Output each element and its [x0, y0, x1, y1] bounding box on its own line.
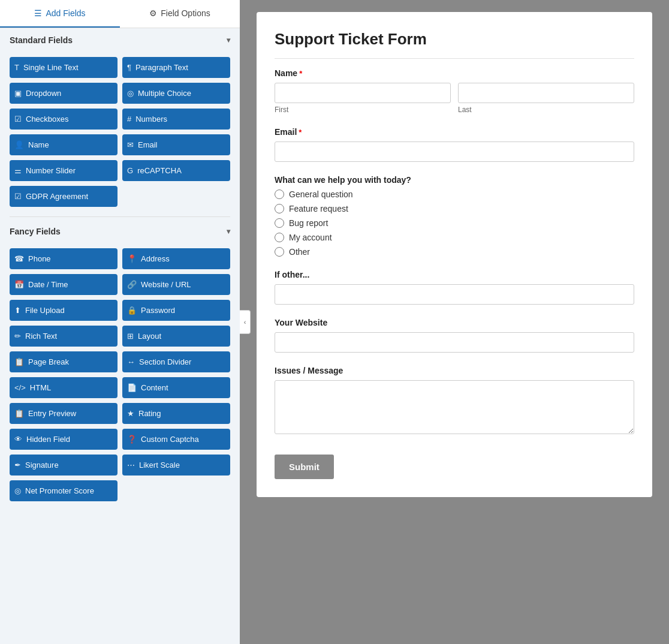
radio-general-question[interactable]: General question — [275, 189, 634, 199]
field-btn-file-upload[interactable]: ⬆ File Upload — [10, 300, 117, 321]
standard-fields-header[interactable]: Standard Fields ▾ — [0, 28, 240, 52]
field-btn-likert-scale[interactable]: ⋯ Likert Scale — [122, 455, 230, 476]
file-upload-label: File Upload — [25, 306, 65, 315]
field-btn-checkboxes[interactable]: ☑ Checkboxes — [10, 109, 117, 130]
if-other-label: If other... — [275, 270, 634, 279]
field-btn-custom-captcha[interactable]: ❓ Custom Captcha — [122, 429, 230, 450]
email-input[interactable] — [275, 142, 634, 162]
add-fields-label: Add Fields — [46, 8, 85, 18]
dropdown-label: Dropdown — [26, 89, 61, 98]
if-other-input[interactable] — [275, 284, 634, 305]
radio-general-question-input[interactable] — [275, 189, 284, 199]
collapse-handle[interactable]: ‹ — [240, 310, 251, 334]
radio-other-label: Other — [289, 247, 310, 257]
radio-other[interactable]: Other — [275, 247, 634, 257]
form-card: Support Ticket Form Name * First Last — [257, 12, 652, 497]
radio-my-account[interactable]: My account — [275, 233, 634, 242]
gdpr-icon: ☑ — [14, 192, 22, 201]
if-other-field: If other... — [275, 270, 634, 305]
website-url-icon: 🔗 — [127, 280, 137, 289]
field-btn-layout[interactable]: ⊞ Layout — [122, 326, 230, 347]
standard-fields-grid: T Single Line Text ¶ Paragraph Text ▣ Dr… — [0, 52, 240, 214]
help-question-label: What can we help you with today? — [275, 175, 634, 185]
field-btn-content[interactable]: 📄 Content — [122, 377, 230, 398]
likert-scale-label: Likert Scale — [139, 461, 180, 470]
field-btn-name[interactable]: 👤 Name — [10, 134, 117, 155]
address-icon: 📍 — [127, 254, 137, 263]
field-btn-datetime[interactable]: 📅 Date / Time — [10, 274, 117, 295]
field-btn-number-slider[interactable]: ⚌ Number Slider — [10, 160, 117, 181]
name-required: * — [299, 69, 302, 78]
fancy-fields-label: Fancy Fields — [10, 227, 61, 236]
recaptcha-icon: G — [127, 166, 133, 175]
field-btn-entry-preview[interactable]: 📋 Entry Preview — [10, 403, 117, 424]
field-btn-rating[interactable]: ★ Rating — [122, 403, 230, 424]
field-btn-multiple-choice[interactable]: ◎ Multiple Choice — [122, 83, 230, 104]
radio-my-account-input[interactable] — [275, 233, 284, 242]
hidden-field-icon: 👁 — [14, 435, 22, 444]
number-slider-icon: ⚌ — [14, 166, 22, 175]
field-btn-single-line-text[interactable]: T Single Line Text — [10, 57, 117, 78]
field-btn-html[interactable]: </> HTML — [10, 377, 117, 398]
hidden-field-label: Hidden Field — [26, 435, 70, 444]
field-btn-hidden-field[interactable]: 👁 Hidden Field — [10, 429, 117, 450]
issues-message-field: Issues / Message — [275, 366, 634, 437]
last-name-input[interactable] — [458, 83, 634, 103]
content-label: Content — [141, 383, 168, 392]
paragraph-text-icon: ¶ — [127, 63, 131, 72]
field-btn-email[interactable]: ✉ Email — [122, 134, 230, 155]
rich-text-label: Rich Text — [25, 332, 57, 341]
single-line-text-icon: T — [14, 63, 19, 72]
field-btn-recaptcha[interactable]: G reCAPTCHA — [122, 160, 230, 181]
field-btn-net-promoter[interactable]: ◎ Net Promoter Score — [10, 480, 117, 501]
help-question-field: What can we help you with today? General… — [275, 175, 634, 257]
field-btn-website-url[interactable]: 🔗 Website / URL — [122, 274, 230, 295]
tab-field-options[interactable]: ⚙ Field Options — [120, 0, 240, 28]
first-name-group: First — [275, 83, 451, 114]
field-btn-section-divider[interactable]: ↔ Section Divider — [122, 351, 230, 372]
field-btn-rich-text[interactable]: ✏ Rich Text — [10, 326, 117, 347]
radio-other-input[interactable] — [275, 247, 284, 257]
numbers-icon: # — [127, 115, 131, 124]
radio-bug-report[interactable]: Bug report — [275, 218, 634, 228]
html-icon: </> — [14, 383, 26, 392]
radio-bug-report-input[interactable] — [275, 218, 284, 228]
your-website-input[interactable] — [275, 332, 634, 353]
field-options-icon: ⚙ — [149, 8, 157, 18]
radio-general-question-label: General question — [289, 189, 353, 199]
gdpr-label: GDPR Agreement — [26, 192, 88, 201]
field-btn-phone[interactable]: ☎ Phone — [10, 248, 117, 269]
radio-feature-request[interactable]: Feature request — [275, 204, 634, 213]
first-name-input[interactable] — [275, 83, 451, 103]
field-btn-dropdown[interactable]: ▣ Dropdown — [10, 83, 117, 104]
issues-message-label: Issues / Message — [275, 366, 634, 375]
name-inputs: First Last — [275, 83, 634, 114]
signature-label: Signature — [25, 461, 59, 470]
email-required: * — [299, 128, 302, 137]
last-name-group: Last — [458, 83, 634, 114]
email-icon: ✉ — [127, 140, 134, 149]
issues-message-textarea[interactable] — [275, 380, 634, 434]
custom-captcha-label: Custom Captcha — [141, 435, 199, 444]
field-btn-gdpr[interactable]: ☑ GDPR Agreement — [10, 186, 117, 207]
field-btn-page-break[interactable]: 📋 Page Break — [10, 351, 117, 372]
password-label: Password — [141, 306, 175, 315]
phone-icon: ☎ — [14, 254, 24, 263]
dropdown-icon: ▣ — [14, 89, 22, 98]
submit-button[interactable]: Submit — [275, 455, 334, 479]
name-label: Name — [28, 140, 49, 149]
field-btn-address[interactable]: 📍 Address — [122, 248, 230, 269]
field-btn-password[interactable]: 🔒 Password — [122, 300, 230, 321]
paragraph-text-label: Paragraph Text — [135, 63, 188, 72]
signature-icon: ✒ — [14, 461, 21, 470]
form-title: Support Ticket Form — [275, 30, 634, 59]
field-btn-paragraph-text[interactable]: ¶ Paragraph Text — [122, 57, 230, 78]
fancy-fields-header[interactable]: Fancy Fields ▾ — [0, 219, 240, 243]
tab-add-fields[interactable]: ☰ Add Fields — [0, 0, 120, 28]
your-website-field: Your Website — [275, 318, 634, 353]
field-btn-signature[interactable]: ✒ Signature — [10, 455, 117, 476]
radio-feature-request-input[interactable] — [275, 204, 284, 213]
field-btn-numbers[interactable]: # Numbers — [122, 109, 230, 130]
page-break-label: Page Break — [28, 357, 69, 366]
fancy-fields-grid: ☎ Phone 📍 Address 📅 Date / Time 🔗 Websit… — [0, 243, 240, 508]
